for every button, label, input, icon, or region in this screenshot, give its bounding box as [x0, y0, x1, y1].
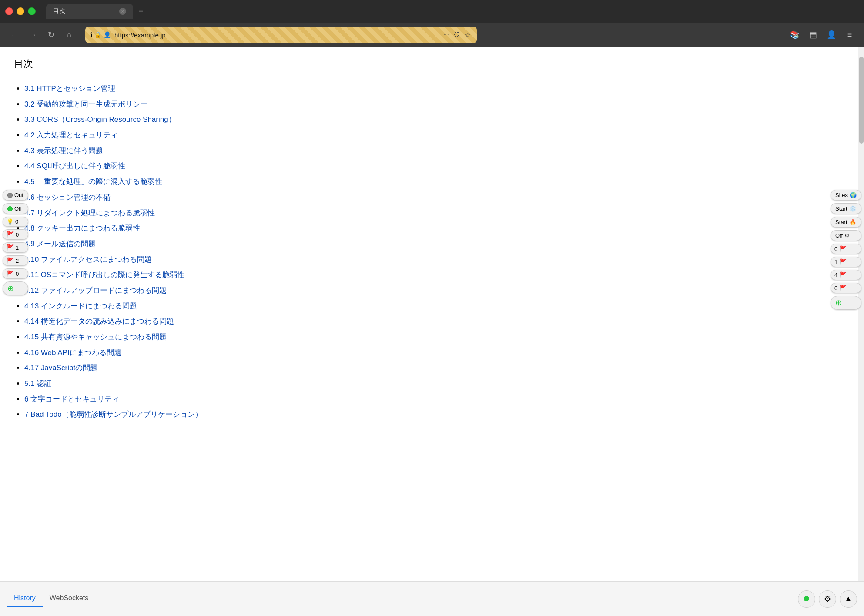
flag-yellow-icon: 🚩: [7, 257, 14, 264]
toc-link[interactable]: 4.12 ファイルアップロードにまつわる問題: [24, 286, 167, 295]
flag-counter4[interactable]: 🚩 0: [3, 268, 28, 279]
idea-icon: 💡: [7, 218, 13, 225]
list-item: 4.11 OSコマンド呼び出しの際に発生する脆弱性: [24, 267, 850, 283]
address-bar-container: ℹ 🔒 👤 https://example.jp ··· 🛡 ☆: [85, 27, 477, 43]
start1-label: Start: [835, 205, 847, 212]
add-button[interactable]: ⊕: [3, 281, 28, 295]
idea-counter[interactable]: 💡 0: [3, 217, 28, 227]
flag-blue2-icon: 🚩: [7, 270, 14, 277]
toolbar: ← → ↻ ⌂ ℹ 🔒 👤 https://example.jp ··· 🛡: [0, 23, 864, 47]
address-actions: ··· 🛡 ☆: [442, 30, 472, 40]
toc-link[interactable]: 4.3 表示処理に伴う問題: [24, 147, 103, 155]
account-button[interactable]: 👤: [824, 27, 839, 42]
toc-link[interactable]: 5.1 認証: [24, 379, 51, 388]
toc-link[interactable]: 4.5 「重要な処理」の際に混入する脆弱性: [24, 177, 162, 186]
toc-link[interactable]: 7 Bad Todo（脆弱性診断サンプルアプリケーション）: [24, 410, 202, 418]
toc-link[interactable]: 3.2 受動的攻撃と同一生成元ポリシー: [24, 100, 147, 108]
start2-label: Start: [835, 219, 847, 225]
minimize-button[interactable]: [17, 7, 24, 15]
r-count2: 1: [834, 259, 837, 265]
right-counter4[interactable]: 0 🚩: [831, 283, 861, 293]
titlebar: 目次 ✕ +: [0, 0, 864, 23]
toc-list: 3.1 HTTPとセッション管理3.2 受動的攻撃と同一生成元ポリシー3.3 C…: [14, 81, 850, 422]
right-counter3[interactable]: 4 🚩: [831, 270, 861, 280]
home-icon: ⌂: [67, 30, 72, 40]
out-button[interactable]: Out: [3, 190, 28, 201]
toc-link[interactable]: 4.17 JavaScriptの問題: [24, 364, 97, 372]
library-button[interactable]: 📚: [787, 27, 802, 42]
list-item: 4.2 入力処理とセキュリティ: [24, 127, 850, 143]
right-add-button[interactable]: ⊕: [831, 296, 861, 310]
r-count1: 0: [834, 246, 837, 252]
toc-link[interactable]: 4.9 メール送信の問題: [24, 240, 96, 248]
back-icon: ←: [10, 30, 18, 40]
right-counter1[interactable]: 0 🚩: [831, 244, 861, 254]
shield-button[interactable]: 🛡: [452, 30, 461, 40]
toc-link[interactable]: 4.7 リダイレクト処理にまつわる脆弱性: [24, 209, 155, 217]
reader-button[interactable]: ▤: [806, 27, 820, 42]
maximize-button[interactable]: [28, 7, 36, 15]
scrollbar[interactable]: [858, 47, 864, 581]
new-tab-button[interactable]: +: [135, 5, 147, 17]
start-button2[interactable]: Start 🔥: [831, 217, 861, 228]
active-tab[interactable]: 目次 ✕: [46, 4, 133, 19]
flag-counter3[interactable]: 🚩 2: [3, 255, 28, 266]
scrollbar-thumb[interactable]: [859, 57, 864, 144]
toc-link[interactable]: 4.2 入力処理とセキュリティ: [24, 131, 118, 139]
plus-icon: ⊕: [7, 284, 14, 293]
close-button[interactable]: [5, 7, 13, 15]
flag1-count: 0: [16, 231, 19, 238]
toc-link[interactable]: 3.3 CORS（Cross-Origin Resource Sharing）: [24, 115, 176, 124]
start-button1[interactable]: Start ❄️: [831, 203, 861, 214]
toc-link[interactable]: 4.16 Web APIにまつわる問題: [24, 348, 121, 357]
scroll-top-button[interactable]: ▲: [840, 590, 857, 608]
traffic-lights: [5, 7, 36, 15]
toc-link[interactable]: 4.8 クッキー出力にまつわる脆弱性: [24, 224, 140, 232]
toc-link[interactable]: 4.4 SQL呼び出しに伴う脆弱性: [24, 162, 125, 170]
list-item: 4.5 「重要な処理」の際に混入する脆弱性: [24, 174, 850, 190]
menu-icon: ≡: [847, 30, 852, 40]
toc-link[interactable]: 4.13 インクルードにまつわる問題: [24, 302, 137, 310]
toc-link[interactable]: 3.1 HTTPとセッション管理: [24, 84, 115, 93]
tab-title: 目次: [53, 7, 65, 15]
right-counter2[interactable]: 1 🚩: [831, 257, 861, 267]
chevron-up-icon: ▲: [844, 594, 852, 603]
tab-history[interactable]: History: [7, 591, 43, 607]
home-button[interactable]: ⌂: [62, 27, 77, 42]
sites-button[interactable]: Sites 🌍: [831, 190, 861, 201]
list-item: 6 文字コードとセキュリティ: [24, 392, 850, 407]
globe-icon: 🌍: [850, 192, 857, 198]
toc-link[interactable]: 4.15 共有資源やキャッシュにまつわる問題: [24, 333, 167, 341]
toc-link[interactable]: 6 文字コードとセキュリティ: [24, 395, 119, 403]
forward-button[interactable]: →: [25, 27, 40, 42]
reader-icon: ▤: [810, 30, 817, 40]
back-button[interactable]: ←: [7, 27, 22, 42]
toc-link[interactable]: 4.14 構造化データの読み込みにまつわる問題: [24, 317, 174, 325]
settings-bottom-button[interactable]: ⚙: [819, 590, 836, 608]
flag-counter2[interactable]: 🚩 1: [3, 242, 28, 253]
flag-counter1[interactable]: 🚩 0: [3, 229, 28, 240]
record-button[interactable]: ⏺: [798, 590, 815, 608]
bookmark-button[interactable]: ☆: [464, 30, 472, 40]
tab-close-button[interactable]: ✕: [119, 8, 126, 15]
list-item: 4.6 セッション管理の不備: [24, 190, 850, 205]
right-plus-icon: ⊕: [835, 298, 842, 308]
r-flag2-icon: 🚩: [839, 258, 847, 265]
settings-icon: ⚙: [844, 232, 850, 239]
toc-link[interactable]: 4.10 ファイルアクセスにまつわる問題: [24, 255, 152, 264]
tab-websockets[interactable]: WebSockets: [43, 591, 96, 607]
toc-link[interactable]: 4.11 OSコマンド呼び出しの際に発生する脆弱性: [24, 271, 184, 279]
off-right-button[interactable]: Off ⚙: [831, 230, 861, 241]
toc-link[interactable]: 4.6 セッション管理の不備: [24, 193, 111, 201]
forward-icon: →: [29, 30, 37, 40]
flag4-count: 0: [16, 271, 19, 277]
flag3-count: 2: [16, 258, 19, 264]
more-button[interactable]: ···: [442, 30, 450, 40]
reload-button[interactable]: ↻: [44, 27, 58, 42]
fire-icon: 🔥: [849, 219, 856, 225]
r-flag1-icon: 🚩: [839, 245, 847, 252]
off-button[interactable]: Off: [3, 203, 28, 214]
address-bar[interactable]: ℹ 🔒 👤 https://example.jp ··· 🛡 ☆: [85, 27, 477, 43]
more-icon: ···: [443, 31, 449, 38]
menu-button[interactable]: ≡: [842, 27, 857, 42]
